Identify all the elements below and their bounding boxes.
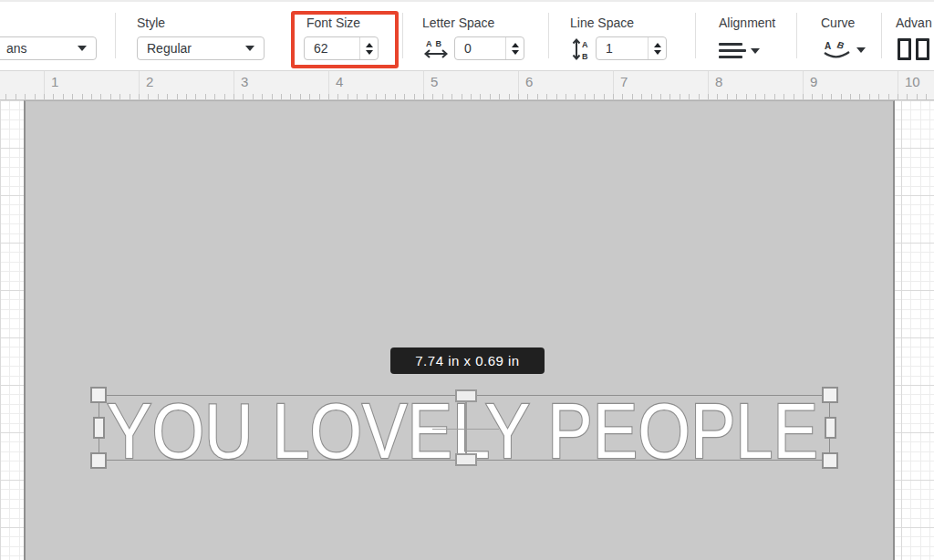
ruler-tick xyxy=(509,94,510,99)
text-cursor-top-handle[interactable] xyxy=(455,389,477,402)
ruler-tick xyxy=(367,94,368,99)
ruler-tick xyxy=(859,94,860,99)
stepper-down-icon[interactable] xyxy=(512,50,519,55)
ruler-tick xyxy=(878,94,879,99)
line-space-stepper[interactable] xyxy=(648,37,666,59)
toolbar-divider xyxy=(881,13,882,58)
ruler-tick xyxy=(556,94,557,99)
ruler-inch-number: 7 xyxy=(620,74,628,89)
design-canvas[interactable]: YOU LOVELY PEOPLE 7.74 in x 0.69 in xyxy=(0,100,934,560)
ruler-tick xyxy=(272,94,273,99)
ruler-tick xyxy=(869,94,870,99)
ruler-tick xyxy=(527,94,528,99)
ruler-tick xyxy=(451,94,452,99)
ruler-tick xyxy=(717,94,718,99)
stepper-down-icon[interactable] xyxy=(366,50,373,55)
ruler-tick xyxy=(755,94,756,99)
ruler-tick xyxy=(831,94,832,99)
ruler-tick xyxy=(195,94,196,99)
ruler-tick xyxy=(25,94,26,99)
ruler-tick xyxy=(651,94,652,99)
horizontal-ruler: 12345678910 xyxy=(0,71,934,100)
font-size-input[interactable]: 62 xyxy=(304,36,379,60)
svg-text:A: A xyxy=(582,40,588,49)
ruler-tick xyxy=(622,94,623,99)
line-space-input[interactable]: 1 xyxy=(596,36,667,60)
letter-space-label: Letter Space xyxy=(422,16,494,30)
ruler-tick xyxy=(328,94,329,99)
ruler-tick xyxy=(917,94,918,99)
ruler-tick xyxy=(632,94,633,99)
ruler-tick xyxy=(348,94,348,99)
ruler-inch-number: 6 xyxy=(525,74,533,89)
ruler-tick xyxy=(680,94,680,99)
chevron-down-icon xyxy=(245,46,254,51)
ruler-tick xyxy=(63,94,64,99)
style-dropdown[interactable]: Regular xyxy=(137,36,265,60)
ruler-tick xyxy=(404,94,405,99)
ruler-tick xyxy=(82,94,83,99)
ruler-tick xyxy=(613,94,614,99)
app-window: ans Style Regular Font Size 62 Letter Sp… xyxy=(0,0,934,560)
resize-handle-bottom-right[interactable] xyxy=(822,452,838,469)
ruler-tick xyxy=(224,94,225,99)
ruler-tick xyxy=(385,94,386,99)
ruler-tick xyxy=(158,94,159,99)
ruler-tick xyxy=(35,94,36,99)
resize-handle-mid-left[interactable] xyxy=(93,417,105,439)
ruler-tick xyxy=(376,94,377,99)
style-label: Style xyxy=(137,16,165,30)
ruler-tick xyxy=(290,94,291,99)
ruler-tick xyxy=(575,94,576,99)
ruler-tick xyxy=(148,94,149,99)
alignment-label: Alignment xyxy=(719,16,775,30)
ruler-tick xyxy=(44,94,45,99)
font-size-stepper[interactable] xyxy=(359,37,378,59)
letter-space-input[interactable]: 0 xyxy=(454,36,524,60)
mat-background[interactable] xyxy=(24,100,895,560)
resize-handle-top-right[interactable] xyxy=(822,387,838,403)
ruler-tick xyxy=(822,94,823,99)
ruler-tick xyxy=(518,94,519,99)
text-cursor-bottom-handle[interactable] xyxy=(455,453,477,466)
toolbar-divider xyxy=(695,13,696,58)
stepper-down-icon[interactable] xyxy=(654,50,661,55)
chevron-down-icon xyxy=(78,46,87,51)
alignment-dropdown[interactable] xyxy=(719,43,760,58)
ruler-tick xyxy=(641,94,642,99)
ruler-tick xyxy=(727,94,728,99)
letter-space-stepper[interactable] xyxy=(505,37,524,59)
curve-label: Curve xyxy=(821,16,855,30)
ruler-tick xyxy=(167,94,168,99)
ruler-tick xyxy=(16,94,16,99)
ruler-tick xyxy=(812,94,813,99)
ruler-tick xyxy=(130,94,130,99)
ruler-tick xyxy=(480,94,481,99)
ruler-tick xyxy=(253,94,254,99)
resize-handle-mid-right[interactable] xyxy=(825,417,836,439)
alignment-lines-icon xyxy=(719,43,746,58)
font-family-dropdown[interactable]: ans xyxy=(0,36,97,60)
ruler-tick xyxy=(423,94,424,99)
advanced-dropdown[interactable] xyxy=(898,38,929,60)
ruler-tick xyxy=(898,94,898,99)
resize-handle-top-left[interactable] xyxy=(90,387,107,403)
ruler-tick xyxy=(281,94,282,99)
resize-handle-bottom-left[interactable] xyxy=(90,452,107,469)
stepper-up-icon[interactable] xyxy=(654,43,661,47)
ruler-tick xyxy=(300,94,301,99)
ruler-tick xyxy=(72,94,73,99)
ruler-tick xyxy=(746,94,747,99)
curve-dropdown[interactable]: A B xyxy=(822,38,866,62)
curve-icon: A B xyxy=(822,38,852,62)
ruler-tick xyxy=(395,94,396,99)
ruler-tick xyxy=(604,94,605,99)
ruler-inch-number: 2 xyxy=(146,74,153,89)
ruler-inch-number: 8 xyxy=(715,74,722,89)
ruler-tick xyxy=(566,94,566,99)
toolbar-divider xyxy=(796,13,797,58)
text-edit-toolbar: ans Style Regular Font Size 62 Letter Sp… xyxy=(0,0,934,71)
ruler-tick xyxy=(926,94,927,99)
stepper-up-icon[interactable] xyxy=(366,43,373,47)
stepper-up-icon[interactable] xyxy=(512,43,519,47)
